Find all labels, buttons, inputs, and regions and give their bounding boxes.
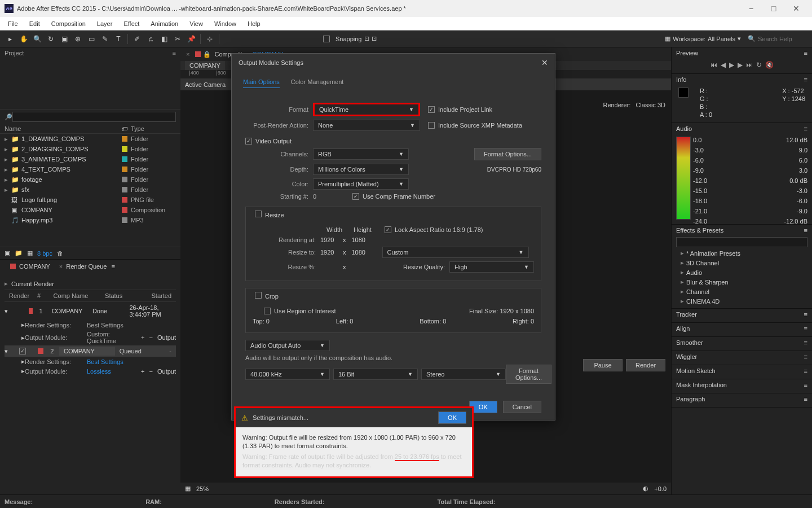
project-panel-tab[interactable]: Project ≡ (0, 47, 180, 59)
rotate-tool-icon[interactable]: ↻ (45, 33, 57, 45)
channels-dropdown[interactable]: RGB▼ (313, 148, 409, 160)
play-icon[interactable]: ▶ (729, 61, 734, 69)
col-type-header[interactable]: Type (131, 125, 176, 132)
post-render-dropdown[interactable]: None▼ (313, 120, 420, 131)
menu-window[interactable]: Window (209, 18, 242, 29)
format-options-button[interactable]: Format Options... (474, 148, 541, 160)
effects-search-input[interactable] (676, 237, 807, 247)
hand-tool-icon[interactable]: ✋ (17, 33, 30, 45)
lock-aspect-checkbox[interactable] (385, 226, 391, 233)
project-row[interactable]: ▸📁3_ANIMATED_COMPSFolder (0, 154, 180, 164)
video-output-checkbox[interactable] (245, 138, 252, 144)
exposure-value[interactable]: +0.0 (654, 485, 667, 492)
project-row[interactable]: 🖼Logo full.pngPNG file (0, 195, 180, 205)
effects-category[interactable]: Blur & Sharpen (676, 277, 807, 287)
panel-menu-icon[interactable]: ≡ (804, 227, 807, 234)
include-xmp-checkbox[interactable] (428, 122, 435, 129)
axis-tool-icon[interactable]: ⊹ (204, 33, 216, 45)
project-footer-icon[interactable]: ▣ (5, 249, 10, 257)
trash-icon[interactable]: 🗑 (57, 250, 63, 257)
audio-bit-dropdown[interactable]: 16 Bit▼ (333, 369, 418, 380)
resize-preset-dropdown[interactable]: Custom▼ (382, 247, 529, 258)
new-folder-icon[interactable]: 📁 (15, 249, 23, 257)
current-render-heading[interactable]: Current Render (5, 278, 176, 290)
menu-layer[interactable]: Layer (91, 18, 118, 29)
panel-menu-icon[interactable]: ≡ (173, 50, 176, 56)
format-dropdown[interactable]: QuickTime▼ (313, 103, 420, 116)
mask-interp-panel-label[interactable]: Mask Interpolation (676, 382, 727, 388)
close-dialog-icon[interactable]: ✕ (541, 58, 548, 67)
next-frame-icon[interactable]: ▶ (738, 61, 743, 69)
col-name-header[interactable]: Name (5, 125, 121, 132)
roto-tool-icon[interactable]: ✂ (171, 33, 184, 45)
anchor-tool-icon[interactable]: ⊕ (72, 33, 84, 45)
type-tool-icon[interactable]: T (112, 33, 125, 45)
camera-tool-icon[interactable]: ▣ (58, 33, 70, 45)
use-roi-checkbox[interactable] (264, 308, 271, 314)
loop-icon[interactable]: ↻ (756, 61, 762, 69)
align-panel-label[interactable]: Align (676, 325, 690, 332)
menu-help[interactable]: Help (242, 18, 266, 29)
search-help-input[interactable] (758, 36, 809, 42)
crop-checkbox[interactable] (255, 292, 262, 299)
effects-category[interactable]: CINEMA 4D (676, 296, 807, 306)
close-comp-icon[interactable]: × (186, 51, 189, 58)
effects-category[interactable]: 3D Channel (676, 258, 807, 268)
tag-icon[interactable]: 🏷 (121, 125, 127, 132)
comp-tab[interactable]: COMPANY (185, 61, 225, 70)
tracker-panel-label[interactable]: Tracker (676, 311, 697, 318)
snap-opt-icon[interactable]: ⊡ (364, 35, 369, 42)
panel-menu-icon[interactable]: ≡ (804, 76, 807, 83)
smoother-panel-label[interactable]: Smoother (676, 339, 703, 346)
color-dropdown[interactable]: Premultiplied (Matted)▼ (313, 178, 409, 190)
close-button[interactable]: ✕ (785, 4, 807, 13)
menu-view[interactable]: View (184, 18, 209, 29)
paragraph-panel-label[interactable]: Paragraph (676, 396, 705, 402)
audio-output-dropdown[interactable]: Audio Output Auto▼ (245, 340, 330, 351)
zoom-tool-icon[interactable]: 🔍 (31, 33, 43, 45)
menu-effect[interactable]: Effect (118, 18, 145, 29)
project-row[interactable]: 🎵Happy.mp3MP3 (0, 215, 180, 225)
tab-color-management[interactable]: Color Management (291, 76, 344, 88)
lock-icon[interactable]: 🔒 (203, 51, 211, 58)
effects-category[interactable]: Audio (676, 268, 807, 277)
clone-tool-icon[interactable]: ⎌ (144, 33, 157, 45)
project-row[interactable]: ▸📁footageFolder (0, 174, 180, 185)
project-search-input[interactable] (12, 112, 176, 122)
panel-menu-icon[interactable]: ≡ (804, 50, 807, 56)
resize-checkbox[interactable] (255, 211, 262, 217)
menu-file[interactable]: File (2, 18, 24, 29)
new-comp-icon[interactable]: ▦ (27, 249, 33, 257)
menu-animation[interactable]: Animation (145, 18, 184, 29)
eraser-tool-icon[interactable]: ◧ (158, 33, 170, 45)
selection-tool-icon[interactable]: ▸ (4, 33, 16, 45)
workspace-dropdown[interactable]: All Panels (708, 36, 735, 42)
project-row[interactable]: ▣COMPANYComposition (0, 205, 180, 215)
wiggler-panel-label[interactable]: Wiggler (676, 353, 697, 360)
resize-quality-dropdown[interactable]: High▼ (449, 261, 534, 273)
brush-tool-icon[interactable]: ✐ (131, 33, 143, 45)
exposure-icon[interactable]: ◐ (643, 485, 648, 492)
use-comp-frame-checkbox[interactable] (352, 193, 359, 200)
menu-composition[interactable]: Composition (46, 18, 91, 29)
starting-input[interactable] (313, 193, 341, 200)
render-row[interactable]: ▾ 2 COMPANY Queued - (5, 345, 176, 357)
panel-menu-icon[interactable]: ≡ (804, 125, 807, 132)
render-checkbox[interactable] (19, 348, 26, 354)
effects-category[interactable]: Channel (676, 287, 807, 296)
output-module-link[interactable]: Lossless (87, 368, 111, 375)
renderer-value[interactable]: Classic 3D (636, 102, 665, 108)
timeline-tab-company[interactable]: COMPANY (5, 263, 56, 270)
tab-main-options[interactable]: Main Options (243, 76, 280, 88)
bpc-link[interactable]: 8 bpc (37, 250, 52, 257)
audio-format-options-button[interactable]: Format Options... (506, 365, 551, 384)
prev-frame-icon[interactable]: ◀ (721, 61, 726, 69)
dialog-cancel-button[interactable]: Cancel (503, 401, 541, 413)
minimize-button[interactable]: − (740, 4, 762, 13)
shape-tool-icon[interactable]: ▭ (85, 33, 98, 45)
project-row[interactable]: ▸📁4_TEXT_COMPSFolder (0, 164, 180, 174)
snap-opt2-icon[interactable]: ⊡ (372, 35, 377, 42)
render-settings-link[interactable]: Best Settings (87, 358, 123, 365)
audio-stereo-dropdown[interactable]: Stereo▼ (421, 369, 506, 380)
menu-edit[interactable]: Edit (24, 18, 46, 29)
